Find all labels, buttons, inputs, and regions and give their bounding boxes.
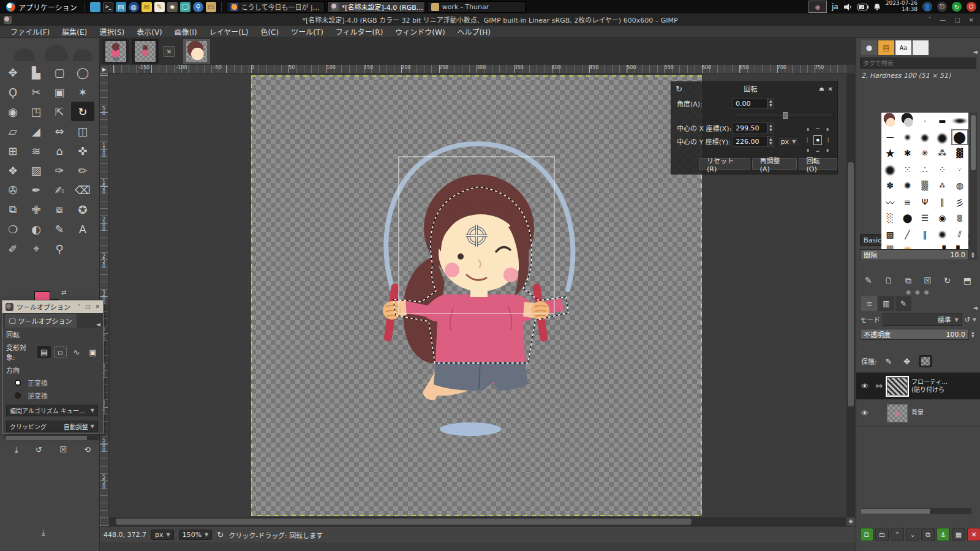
brush-grid-scrollbar[interactable]	[970, 113, 977, 260]
detach-dialog-icon[interactable]: ⏏	[819, 86, 824, 92]
ink-tool[interactable]: ✒	[24, 180, 48, 200]
duplicate-layer-button[interactable]: ⧉	[921, 528, 935, 541]
notifications-bell-icon[interactable]	[873, 3, 881, 11]
brush-scroll-thumb[interactable]	[971, 115, 976, 170]
brush-dots-cluster[interactable]: ⁙	[899, 162, 916, 178]
brush-girl-face-dark[interactable]	[899, 113, 916, 129]
web-browser-launcher[interactable]: ◍	[129, 2, 139, 12]
center-y-input[interactable]: 226.00	[732, 136, 767, 147]
gimp-titlebar[interactable]: *[名称未設定]-4.0 (RGB カラー 32 bit リニア浮動小数点、GI…	[0, 13, 980, 26]
paintbrush-tool[interactable]: ✑	[48, 160, 71, 180]
shutdown-button[interactable]: ⏻	[967, 2, 976, 12]
mode-switch-icon[interactable]: ↺	[965, 316, 970, 324]
image-tab-3[interactable]	[183, 39, 210, 64]
zoom-level-dropdown[interactable]: 150%▼	[179, 530, 213, 540]
menu-item-6[interactable]: 色(C)	[255, 26, 284, 37]
brush-lines-horizontal[interactable]: ≡	[899, 194, 916, 211]
rectangle-select-tool[interactable]: ▢	[48, 62, 71, 82]
brush-soft-dot-l[interactable]: ●	[933, 129, 951, 146]
new-layer-group-button[interactable]: 🗀	[875, 528, 889, 541]
brush-stroke-diag[interactable]: ╱	[899, 227, 916, 243]
brush-dot-small[interactable]: •	[916, 113, 933, 129]
taskbar-window-thunar[interactable]: work - Thunar	[428, 1, 526, 13]
logout-button[interactable]: ⎋	[937, 2, 947, 12]
reset-tool-button[interactable]: ⟲	[84, 445, 91, 455]
center-y-spinner[interactable]: ▲▼	[767, 136, 774, 147]
brush-calligraphy[interactable]: 彡	[951, 194, 968, 211]
shade-window-button[interactable]: ˄	[928, 17, 931, 23]
close-button[interactable]: ✕	[95, 304, 100, 310]
anchor-layer-button[interactable]: ⚓	[937, 528, 950, 541]
maximize-button[interactable]: □	[85, 304, 91, 310]
menu-item-9[interactable]: ウィンドウ(W)	[390, 26, 450, 37]
heal-tool[interactable]: ✙	[24, 200, 48, 219]
ruler-unit-dropdown[interactable]: px▼	[151, 530, 174, 540]
brush-tag-search-input[interactable]	[860, 58, 976, 69]
n-point-deformation-tool[interactable]: ✜	[71, 141, 94, 160]
angle-slider[interactable]	[736, 113, 834, 118]
ellipse-select-tool[interactable]: ◯	[71, 62, 94, 82]
pencil-tool[interactable]: ✏	[71, 160, 94, 180]
volume-icon[interactable]	[843, 3, 853, 11]
ruler-origin-button[interactable]: ▶	[100, 65, 108, 73]
center-x-input[interactable]: 299.50	[732, 122, 767, 133]
raise-layer-button[interactable]: ⌃	[891, 528, 904, 541]
move-tool[interactable]: ✥	[1, 62, 24, 82]
menu-item-7[interactable]: ツール(T)	[285, 26, 329, 37]
swap-colors-icon[interactable]: ⇄	[61, 289, 66, 296]
delete-layer-button[interactable]: ✕	[967, 528, 980, 541]
bucket-fill-tool[interactable]: ❖	[1, 160, 24, 180]
tab-collapse-icon[interactable]: ◄	[96, 321, 100, 328]
unit-dropdown[interactable]: px▼	[777, 137, 800, 147]
brush-diagonal-lines[interactable]: ⫽	[951, 227, 968, 243]
shade-button[interactable]: ˄	[77, 304, 80, 310]
brush-confetti[interactable]: ⁂	[933, 178, 951, 194]
brush-speckle[interactable]: ⁘	[933, 162, 951, 178]
eraser-tool[interactable]: ⌫	[71, 180, 94, 200]
brush-splatter-1[interactable]: ✱	[899, 145, 916, 162]
tab-brushes[interactable]: ●	[861, 40, 877, 55]
layer-link-icon[interactable]: ⚯	[875, 382, 883, 391]
canvas-vertical-scrollbar[interactable]	[846, 73, 855, 517]
close-dialog-icon[interactable]: ✕	[828, 86, 833, 92]
new-layer-button[interactable]: 🗋	[860, 528, 873, 541]
menu-item-5[interactable]: レイヤー(L)	[204, 26, 254, 37]
menu-item-4[interactable]: 画像(I)	[169, 26, 203, 37]
brush-soft-dot-s[interactable]: ●	[899, 129, 916, 146]
brush-rough-patch[interactable]: ▒	[951, 210, 968, 227]
handle-transform-tool[interactable]: ⊞	[1, 141, 24, 160]
gimp-tray-icon[interactable]: ◉	[809, 1, 827, 13]
angle-input[interactable]: 0.00	[732, 98, 767, 109]
gimp-launcher[interactable]: ◉	[167, 2, 178, 12]
layer-opacity-slider[interactable]: 不透明度 100.0	[860, 329, 969, 340]
layer-row-background[interactable]: 👁 背景	[856, 400, 980, 427]
crop-tool[interactable]: ◳	[24, 102, 48, 121]
transform-layer-button[interactable]: ▤	[37, 346, 50, 358]
menu-item-2[interactable]: 選択(S)	[94, 26, 130, 37]
taskbar-window-firefox[interactable]: こうして今日も一日が |…	[227, 1, 325, 13]
center-x-spinner[interactable]: ▲▼	[767, 122, 774, 133]
folder-launcher[interactable]: 🗀	[206, 2, 216, 12]
blur-sharpen-tool[interactable]: ❍	[1, 219, 24, 239]
brush-block-bar[interactable]: ▬	[933, 113, 951, 129]
measure-tool[interactable]: ⌖	[24, 239, 48, 258]
tab-paths[interactable]: ✎	[895, 296, 911, 311]
delete-preset-button[interactable]: ☒	[59, 445, 67, 455]
scissors-select-tool[interactable]: ✂	[24, 82, 48, 102]
close-image-tab-button[interactable]: ✕	[164, 46, 175, 57]
dodge-burn-tool[interactable]: ◐	[24, 219, 48, 239]
brush-grunge[interactable]: ▒	[916, 178, 933, 194]
merge-layer-button[interactable]: ▦	[952, 528, 965, 541]
screenshot-launcher[interactable]: 🖵	[180, 2, 190, 12]
vertical-scroll-thumb[interactable]	[848, 162, 854, 407]
dock-collapse-icon[interactable]: ◄	[973, 304, 978, 311]
brush-girl-face-color[interactable]	[881, 113, 899, 129]
shear-tool[interactable]: ▱	[1, 121, 24, 141]
minimize-window-button[interactable]: —	[940, 17, 946, 23]
battery-icon[interactable]: ⚡	[858, 4, 869, 10]
delete-brush-button[interactable]: ☒	[924, 276, 932, 286]
brush-patch[interactable]: ▩	[881, 227, 899, 243]
restart-button[interactable]: ↻	[952, 2, 962, 12]
canvas-transparency-checkerboard[interactable]	[251, 75, 702, 516]
dock-collapse-icon[interactable]: ◄	[973, 48, 978, 55]
